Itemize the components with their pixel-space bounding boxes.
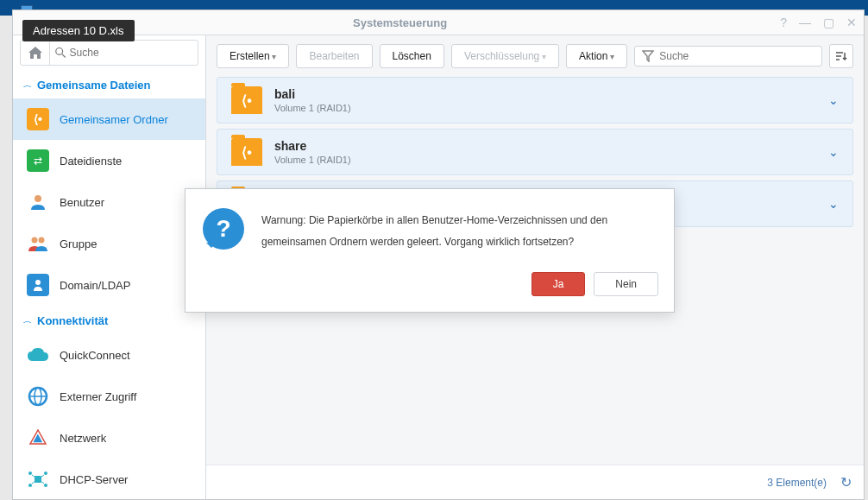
title-bar: Systemsteuerung ? — ▢ ✕ — [13, 10, 864, 35]
svg-rect-11 — [35, 476, 41, 483]
cloud-icon — [27, 344, 49, 366]
nav-label: DHCP-Server — [60, 473, 128, 486]
no-button[interactable]: Nein — [594, 272, 658, 296]
folder-row[interactable]: ⟨• share Volume 1 (RAID1) ⌄ — [217, 129, 853, 175]
minimize-icon[interactable]: — — [799, 16, 811, 29]
network-icon — [27, 427, 49, 449]
svg-point-3 — [32, 237, 38, 244]
maximize-icon[interactable]: ▢ — [823, 16, 834, 29]
section-label: Konnektivität — [37, 314, 108, 327]
home-icon — [28, 47, 42, 59]
sidebar-item-domain-ldap[interactable]: Domain/LDAP — [13, 264, 205, 306]
nav-label: Dateidienste — [60, 155, 122, 168]
section-connectivity[interactable]: ︿ Konnektivität — [13, 306, 205, 334]
svg-point-12 — [28, 472, 32, 475]
sort-icon — [835, 50, 847, 62]
folder-row[interactable]: ⟨• bali Volume 1 (RAID1) ⌄ — [217, 77, 853, 123]
folder-subtitle: Volume 1 (RAID1) — [274, 103, 828, 113]
chevron-down-icon: ⌄ — [828, 145, 839, 159]
dialog-message: Warnung: Die Papierkörbe in allen Benutz… — [261, 208, 657, 253]
help-icon[interactable]: ? — [780, 16, 787, 29]
svg-line-1 — [62, 54, 66, 58]
sidebar-item-quickconnect[interactable]: QuickConnect — [13, 334, 205, 376]
search-icon — [55, 47, 66, 59]
chevron-up-icon: ︿ — [23, 317, 32, 326]
nav-label: QuickConnect — [60, 349, 130, 362]
funnel-icon — [642, 50, 654, 62]
folder-name: share — [274, 139, 828, 153]
globe-icon — [27, 385, 49, 408]
folder-subtitle: Volume 1 (RAID1) — [274, 155, 828, 165]
svg-point-14 — [28, 484, 32, 487]
chevron-down-icon: ⌄ — [828, 197, 839, 211]
chevron-up-icon: ︿ — [23, 81, 32, 90]
sidebar-search[interactable] — [50, 41, 198, 65]
dhcp-icon — [27, 468, 49, 491]
confirm-dialog: ? Warnung: Die Papierkörbe in allen Benu… — [185, 188, 675, 313]
status-bar: 3 Element(e) ↻ — [206, 465, 864, 499]
edit-button[interactable]: Bearbeiten — [296, 44, 372, 68]
action-button[interactable]: Aktion — [566, 44, 627, 68]
nav-label: Externer Zugriff — [60, 390, 136, 403]
nav-label: Domain/LDAP — [60, 279, 130, 292]
delete-button[interactable]: Löschen — [380, 44, 444, 68]
svg-point-13 — [44, 472, 47, 475]
svg-point-2 — [35, 195, 41, 202]
filter-input[interactable] — [659, 50, 815, 62]
create-button[interactable]: Erstellen — [217, 44, 289, 68]
group-icon — [27, 232, 49, 255]
nav-label: Netzwerk — [60, 432, 106, 445]
folder-share-icon: ⟨• — [27, 108, 49, 130]
filter-box[interactable] — [634, 46, 822, 66]
svg-point-4 — [39, 237, 45, 244]
question-icon: ? — [203, 208, 244, 250]
svg-point-0 — [56, 48, 63, 55]
yes-button[interactable]: Ja — [531, 272, 586, 296]
sidebar-item-external-access[interactable]: Externer Zugriff — [13, 376, 205, 417]
sidebar-item-user[interactable]: Benutzer — [13, 181, 205, 223]
share-folder-icon: ⟨• — [231, 138, 262, 166]
encryption-button[interactable]: Verschlüsselung — [451, 44, 559, 68]
nav-label: Gemeinsamer Ordner — [60, 113, 168, 126]
share-folder-icon: ⟨• — [231, 86, 262, 114]
sidebar-item-network[interactable]: Netzwerk — [13, 417, 205, 459]
svg-point-5 — [35, 280, 41, 285]
nav-label: Benutzer — [60, 196, 104, 209]
nav-label: Gruppe — [60, 237, 97, 250]
folder-name: bali — [274, 87, 828, 101]
element-count: 3 Element(e) — [767, 477, 827, 489]
file-service-icon: ⇄ — [27, 149, 49, 172]
domain-icon — [27, 274, 49, 296]
chevron-down-icon: ⌄ — [828, 93, 839, 107]
sidebar-item-group[interactable]: Gruppe — [13, 223, 205, 264]
toolbar: Erstellen Bearbeiten Löschen Verschlüsse… — [217, 44, 853, 68]
sidebar-item-shared-folder[interactable]: ⟨• Gemeinsamer Ordner — [13, 98, 205, 140]
file-tooltip: Adressen 10 D.xls — [22, 20, 135, 41]
svg-point-15 — [44, 484, 47, 487]
sidebar: ︿ Gemeinsame Dateien ⟨• Gemeinsamer Ordn… — [13, 35, 206, 499]
section-shared-files[interactable]: ︿ Gemeinsame Dateien — [13, 70, 205, 98]
home-button[interactable] — [21, 41, 50, 65]
close-icon[interactable]: ✕ — [846, 16, 857, 29]
section-label: Gemeinsame Dateien — [37, 79, 151, 92]
sidebar-search-input[interactable] — [70, 47, 192, 59]
sidebar-item-file-services[interactable]: ⇄ Dateidienste — [13, 140, 205, 181]
refresh-button[interactable]: ↻ — [840, 474, 852, 491]
sidebar-item-dhcp-server[interactable]: DHCP-Server — [13, 459, 205, 499]
sort-button[interactable] — [829, 44, 853, 68]
user-icon — [27, 191, 49, 213]
